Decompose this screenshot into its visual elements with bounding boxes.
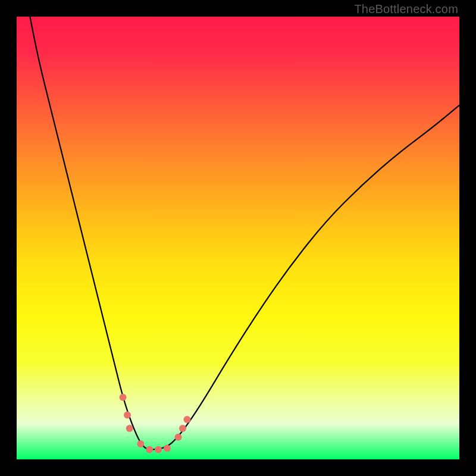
curve-marker <box>155 446 162 453</box>
curve-line <box>30 17 459 450</box>
curve-marker <box>124 412 131 419</box>
curve-marker <box>183 416 190 423</box>
curve-marker <box>179 425 186 432</box>
curve-markers <box>120 394 191 453</box>
chart-svg <box>17 17 459 459</box>
curve-marker <box>120 394 127 401</box>
curve-marker <box>164 444 171 452</box>
curve-marker <box>175 434 182 441</box>
chart-frame <box>17 17 459 459</box>
curve-marker <box>126 425 133 432</box>
curve-marker <box>137 440 144 447</box>
watermark-text: TheBottleneck.com <box>354 2 458 16</box>
curve-marker <box>146 446 153 453</box>
